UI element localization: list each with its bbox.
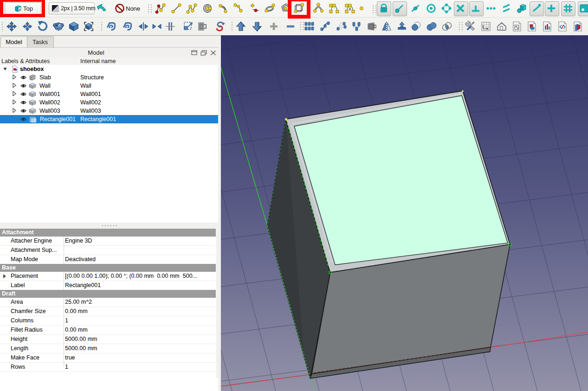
svg-text:3: 3 [349,7,351,11]
